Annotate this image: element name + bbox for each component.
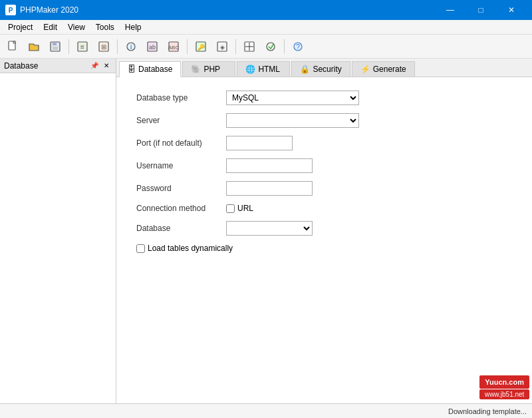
- tab-php[interactable]: 🐘 PHP: [182, 61, 235, 77]
- content-area: 🗄 Database 🐘 PHP 🌐 HTML 🔒 Security ⚡ Gen…: [116, 59, 532, 403]
- password-label: Password: [136, 184, 226, 193]
- menu-view[interactable]: View: [63, 20, 90, 34]
- server-label: Server: [136, 116, 226, 125]
- database-type-row: Database type MySQL MSSQL PostgreSQL Ora…: [136, 91, 512, 105]
- sidebar-content: [0, 73, 116, 403]
- security-tab-icon: 🔒: [300, 65, 310, 74]
- toolbar-sep-1: [68, 39, 69, 54]
- database-tab-label: Database: [138, 65, 172, 74]
- username-label: Username: [136, 161, 226, 170]
- tab-html[interactable]: 🌐 HTML: [237, 61, 290, 77]
- svg-text:ab: ab: [149, 44, 156, 51]
- menu-bar: Project Edit View Tools Help: [0, 20, 532, 35]
- menu-help[interactable]: Help: [120, 20, 147, 34]
- toolbar-sep-3: [187, 39, 188, 54]
- tab-database[interactable]: 🗄 Database: [119, 61, 181, 77]
- svg-rect-2: [53, 42, 57, 45]
- svg-rect-3: [53, 47, 58, 50]
- tab-generate[interactable]: ⚡ Generate: [352, 61, 415, 77]
- menu-edit[interactable]: Edit: [38, 20, 63, 34]
- svg-point-21: [267, 43, 275, 51]
- database-tab-icon: 🗄: [128, 65, 136, 74]
- toolbar-btn-12[interactable]: [261, 37, 281, 56]
- svg-text:≡: ≡: [80, 43, 84, 51]
- sidebar: Database 📌 ✕: [0, 59, 116, 403]
- html-tab-label: HTML: [258, 65, 280, 74]
- load-tables-label: Load tables dynamically: [148, 244, 233, 253]
- password-input[interactable]: [226, 181, 313, 196]
- svg-text:◈: ◈: [220, 44, 225, 51]
- port-label: Port (if not default): [136, 138, 226, 148]
- username-input[interactable]: [226, 158, 313, 173]
- html-tab-icon: 🌐: [245, 65, 255, 74]
- load-tables-checkbox[interactable]: [136, 244, 145, 253]
- connection-method-checkbox-label: URL: [226, 204, 253, 213]
- port-input[interactable]: [226, 136, 293, 150]
- password-row: Password: [136, 181, 512, 196]
- toolbar-new[interactable]: [3, 37, 23, 56]
- sidebar-icons: 📌 ✕: [89, 61, 112, 71]
- connection-method-row: Connection method URL: [136, 204, 512, 213]
- title-bar-left: P PHPMaker 2020: [5, 5, 78, 15]
- toolbar-btn-help[interactable]: ?: [288, 37, 308, 56]
- close-button[interactable]: ✕: [496, 0, 527, 20]
- database-tab-content: Database type MySQL MSSQL PostgreSQL Ora…: [116, 77, 532, 403]
- watermark: Yuucn.com www.jb51.net: [479, 375, 529, 399]
- minimize-button[interactable]: —: [435, 0, 466, 20]
- toolbar-btn-7[interactable]: ab: [142, 37, 162, 56]
- svg-text:🔑: 🔑: [198, 43, 205, 51]
- sidebar-title: Database: [4, 61, 38, 71]
- app-icon: P: [5, 5, 16, 15]
- tab-bar: 🗄 Database 🐘 PHP 🌐 HTML 🔒 Security ⚡ Gen…: [116, 59, 532, 77]
- toolbar-btn-6[interactable]: i: [121, 37, 141, 56]
- toolbar-sep-2: [117, 39, 118, 54]
- server-row: Server: [136, 113, 512, 128]
- toolbar-btn-8[interactable]: ABC: [164, 37, 184, 56]
- svg-text:?: ?: [296, 43, 300, 51]
- sidebar-header: Database 📌 ✕: [0, 59, 116, 73]
- port-row: Port (if not default): [136, 136, 512, 150]
- toolbar: ≡ ⊞ i ab ABC 🔑 ◈ ?: [0, 35, 532, 59]
- connection-method-url-label: URL: [237, 204, 253, 213]
- menu-tools[interactable]: Tools: [90, 20, 120, 34]
- toolbar-btn-5[interactable]: ⊞: [94, 37, 114, 56]
- svg-text:⊞: ⊞: [101, 43, 106, 51]
- connection-method-checkbox[interactable]: [226, 204, 235, 213]
- maximize-button[interactable]: □: [466, 0, 496, 20]
- security-tab-label: Security: [313, 65, 341, 74]
- watermark-line2: www.jb51.net: [479, 389, 529, 399]
- watermark-line1: Yuucn.com: [479, 375, 529, 389]
- database-select[interactable]: [226, 221, 313, 236]
- window-controls: — □ ✕: [435, 0, 527, 20]
- toolbar-btn-4[interactable]: ≡: [72, 37, 92, 56]
- server-select[interactable]: [226, 113, 359, 128]
- generate-tab-icon: ⚡: [360, 65, 370, 74]
- main-area: Database 📌 ✕ 🗄 Database 🐘 PHP 🌐 HTML: [0, 59, 532, 403]
- status-bar: Downloading template...: [0, 403, 532, 418]
- status-message: Downloading template...: [448, 407, 527, 415]
- tab-security[interactable]: 🔒 Security: [291, 61, 350, 77]
- toolbar-sep-5: [284, 39, 285, 54]
- load-tables-row: Load tables dynamically: [136, 244, 512, 253]
- database-label: Database: [136, 224, 226, 233]
- menu-project[interactable]: Project: [3, 20, 38, 34]
- database-type-select[interactable]: MySQL MSSQL PostgreSQL Oracle SQLite: [226, 91, 359, 105]
- toolbar-btn-9[interactable]: 🔑: [191, 37, 211, 56]
- database-row: Database: [136, 221, 512, 236]
- app-title: PHPMaker 2020: [20, 5, 78, 15]
- connection-method-label: Connection method: [136, 204, 226, 213]
- toolbar-open[interactable]: [24, 37, 44, 56]
- username-row: Username: [136, 158, 512, 173]
- php-tab-label: PHP: [203, 65, 220, 74]
- load-tables-checkbox-label: Load tables dynamically: [136, 244, 233, 253]
- php-tab-icon: 🐘: [191, 65, 201, 74]
- toolbar-save[interactable]: [45, 37, 65, 56]
- toolbar-btn-10[interactable]: ◈: [212, 37, 232, 56]
- sidebar-close-button[interactable]: ✕: [101, 61, 112, 71]
- database-type-label: Database type: [136, 93, 226, 103]
- toolbar-sep-4: [235, 39, 236, 54]
- sidebar-pin-button[interactable]: 📌: [89, 61, 100, 71]
- svg-text:i: i: [130, 43, 132, 51]
- toolbar-btn-11[interactable]: [239, 37, 259, 56]
- title-bar: P PHPMaker 2020 — □ ✕: [0, 0, 532, 20]
